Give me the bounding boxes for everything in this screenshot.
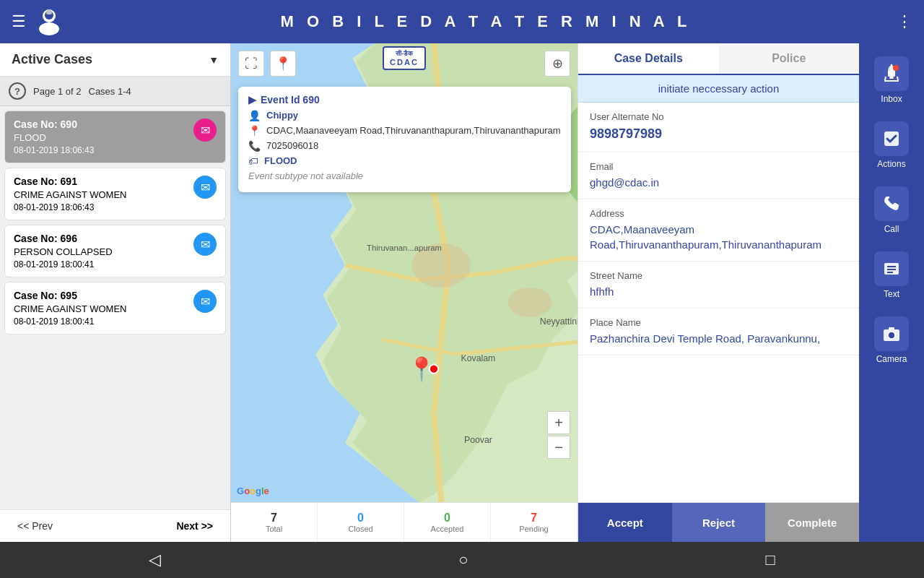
svg-text:Neyyattinkara: Neyyattinkara	[540, 316, 578, 327]
menu-icon[interactable]: ☰	[12, 12, 26, 31]
case-notification-icon: ✉	[193, 176, 217, 199]
accept-button[interactable]: Accept	[578, 503, 672, 542]
event-id-row: ▶ Event Id 690	[248, 94, 561, 105]
help-icon[interactable]: ?	[9, 82, 26, 100]
camera-icon	[874, 316, 909, 351]
event-id: Event Id 690	[261, 94, 320, 105]
left-panel: Active Cases ▼ ? Page 1 of 2 Cases 1-4 C…	[0, 43, 231, 542]
left-panel-header[interactable]: Active Cases ▼	[0, 43, 230, 77]
map-phone: 7025096018	[266, 140, 318, 151]
back-nav-icon[interactable]: ◁	[149, 551, 161, 569]
top-bar: ☰ M O B I L E D A T A T E R M I N A L ⋮	[0, 0, 924, 43]
case-notification-icon: ✉	[193, 118, 217, 142]
zoom-out-button[interactable]: −	[547, 436, 570, 459]
prev-button[interactable]: << Prev	[12, 517, 58, 535]
call-action[interactable]: Call	[863, 179, 920, 241]
nav-bar: ◁ ○ □	[0, 542, 924, 578]
main-content: Active Cases ▼ ? Page 1 of 2 Cases 1-4 C…	[0, 43, 924, 542]
street-value: hfhfh	[590, 284, 847, 299]
police-icon	[35, 7, 64, 36]
email-group: Email ghgd@cdac.in	[578, 152, 859, 199]
map-info-box: ▶ Event Id 690 👤 Chippy 📍 CDAC,Maanaveey…	[238, 87, 571, 192]
case-type: FLOOD	[14, 132, 94, 143]
dropdown-arrow-icon[interactable]: ▼	[209, 54, 219, 66]
camera-label: Camera	[876, 354, 907, 364]
case-item-info: Case No: 690 FLOOD 08-01-2019 18:06:43	[14, 118, 94, 155]
actions-label: Actions	[877, 159, 905, 169]
inbox-action[interactable]: Inbox	[863, 49, 920, 111]
case-time: 08-01-2019 18:00:41	[14, 259, 113, 269]
zoom-in-button[interactable]: +	[547, 411, 570, 434]
case-notification-icon: ✉	[193, 233, 217, 256]
address-group: Address CDAC,Maanaveeyam Road,Thiruvanan…	[578, 199, 859, 262]
case-item[interactable]: Case No: 690 FLOOD 08-01-2019 18:06:43 ✉	[4, 111, 226, 163]
svg-rect-4	[47, 9, 51, 12]
case-time: 08-01-2019 18:06:43	[14, 145, 94, 155]
user-alt-no-label: User Alternate No	[590, 111, 847, 122]
action-banner: initiate neccessary action	[578, 75, 859, 103]
map-area[interactable]: Wildlife Sanctuary Kovalam Neyyattinkara…	[231, 43, 578, 502]
text-action[interactable]: Text	[863, 244, 920, 306]
page-info: Page 1 of 2	[33, 86, 82, 97]
case-item-info: Case No: 695 CRIME AGAINST WOMEN 08-01-2…	[14, 290, 127, 327]
street-label: Street Name	[590, 270, 847, 281]
case-type: CRIME AGAINST WOMEN	[14, 189, 127, 200]
accepted-number: 0	[444, 512, 450, 525]
case-item[interactable]: Case No: 691 CRIME AGAINST WOMEN 08-01-2…	[4, 168, 226, 220]
svg-text:Thiruvanan...apuram: Thiruvanan...apuram	[367, 243, 442, 252]
tab-police[interactable]: Police	[719, 43, 860, 74]
street-group: Street Name hfhfh	[578, 262, 859, 309]
closed-label: Closed	[348, 525, 372, 533]
inbox-label: Inbox	[881, 94, 902, 104]
inbox-icon	[874, 56, 909, 91]
total-label: Total	[266, 525, 282, 533]
case-type: CRIME AGAINST WOMEN	[14, 303, 127, 314]
address-row: 📍 CDAC,Maanaveeyam Road,Thiruvananthapur…	[248, 125, 561, 137]
next-button[interactable]: Next >>	[170, 517, 219, 535]
far-right-panel: Inbox Actions Call	[859, 43, 924, 542]
closed-number: 0	[357, 512, 364, 525]
cases-info: Cases 1-4	[89, 86, 131, 97]
case-list: Case No: 690 FLOOD 08-01-2019 18:06:43 ✉…	[0, 106, 230, 509]
more-icon[interactable]: ⋮	[897, 12, 912, 31]
tab-case-details[interactable]: Case Details	[578, 43, 719, 74]
case-no: Case No: 690	[14, 118, 94, 130]
svg-text:Poovar: Poovar	[464, 435, 492, 445]
stat-total: 7 Total	[231, 503, 318, 542]
pending-label: Pending	[519, 525, 548, 533]
total-number: 7	[271, 512, 277, 525]
case-type: PERSON COLLAPSED	[14, 246, 113, 257]
cdac-logo-area: सी-डैक CDAC	[231, 46, 578, 70]
user-alt-no-value: 9898797989	[590, 125, 847, 143]
call-label: Call	[884, 224, 899, 234]
address-value: CDAC,Maanaveeyam Road,Thiruvananthapuram…	[590, 222, 847, 252]
reject-button[interactable]: Reject	[672, 503, 766, 542]
case-item[interactable]: Case No: 696 PERSON COLLAPSED 08-01-2019…	[4, 225, 226, 277]
active-cases-title: Active Cases	[12, 52, 92, 67]
accepted-label: Accepted	[431, 525, 464, 533]
place-value: Pazhanchira Devi Temple Road, Paravankun…	[590, 331, 847, 346]
case-notification-icon: ✉	[193, 290, 217, 313]
svg-point-1	[39, 22, 59, 35]
right-panel: Case Details Police initiate neccessary …	[578, 43, 859, 542]
place-group: Place Name Pazhanchira Devi Temple Road,…	[578, 309, 859, 355]
left-panel-footer: << Prev Next >>	[0, 509, 230, 542]
app-title: M O B I L E D A T A T E R M I N A L	[75, 12, 897, 31]
category-row: 🏷 FLOOD	[248, 155, 561, 167]
camera-action[interactable]: Camera	[863, 309, 920, 371]
case-time: 08-01-2019 18:06:43	[14, 202, 127, 212]
recents-nav-icon[interactable]: □	[766, 551, 775, 569]
google-logo: Google	[237, 486, 269, 496]
cdac-logo: सी-डैक CDAC	[383, 46, 426, 70]
case-item[interactable]: Case No: 695 CRIME AGAINST WOMEN 08-01-2…	[4, 282, 226, 335]
stat-accepted: 0 Accepted	[404, 503, 491, 542]
case-no: Case No: 695	[14, 290, 127, 301]
map-address: CDAC,Maanaveeyam Road,Thiruvananthapuram…	[266, 125, 561, 136]
right-panel-tabs: Case Details Police	[578, 43, 859, 75]
subtype-row: Event subtype not available	[248, 171, 561, 181]
text-label: Text	[884, 289, 899, 299]
complete-button[interactable]: Complete	[765, 503, 859, 542]
actions-action[interactable]: Actions	[863, 114, 920, 176]
stats-bar: 7 Total 0 Closed 0 Accepted 7 Pending	[231, 502, 578, 542]
home-nav-icon[interactable]: ○	[458, 551, 468, 569]
